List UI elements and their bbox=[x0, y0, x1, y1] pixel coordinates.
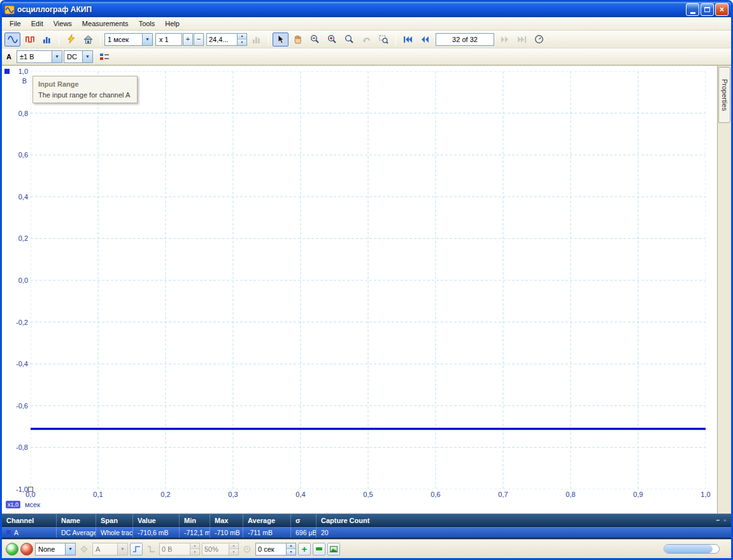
home-button[interactable] bbox=[80, 32, 96, 47]
delay-value: 0 сек bbox=[256, 543, 286, 555]
x-tick-label: 0,1 bbox=[93, 491, 103, 498]
x-axis-labels: 0,00,10,20,30,40,50,60,70,80,91,0 bbox=[2, 491, 717, 499]
axis-origin-handle[interactable] bbox=[28, 487, 33, 492]
zoom-full-button[interactable] bbox=[341, 32, 357, 47]
timebase-value: 1 мсек bbox=[105, 36, 142, 43]
delay-spinner[interactable]: 0 сек ▲ ▼ bbox=[255, 543, 296, 556]
samples-decrease-button[interactable]: ▼ bbox=[238, 39, 246, 45]
measurements-table: Channel Name Span Value Min Max Average … bbox=[2, 513, 731, 539]
start-capture-button[interactable] bbox=[6, 543, 18, 556]
delay-down-button[interactable]: ▼ bbox=[287, 549, 295, 555]
zoom-in-button[interactable] bbox=[324, 32, 340, 47]
menu-edit[interactable]: Edit bbox=[26, 18, 48, 29]
toolbar-separator bbox=[100, 33, 101, 46]
chevron-down-icon: ▼ bbox=[52, 51, 62, 62]
chevron-down-icon: ▼ bbox=[82, 51, 92, 62]
menu-file[interactable]: File bbox=[4, 18, 26, 29]
trigger-channel-select[interactable]: A ▼ bbox=[92, 543, 128, 556]
pretrigger-up-button[interactable]: ▲ bbox=[229, 543, 238, 550]
samples-mode-button[interactable] bbox=[248, 32, 264, 47]
trigger-channel-value: A bbox=[93, 545, 117, 553]
edit-measurement-button[interactable] bbox=[313, 543, 325, 556]
buffer-position-input[interactable] bbox=[436, 33, 494, 46]
trigger-level-value: 0 В bbox=[160, 543, 190, 555]
samples-spinner[interactable]: 24,4... ▲ ▼ bbox=[206, 33, 247, 46]
trigger-level-up-button[interactable]: ▲ bbox=[190, 543, 199, 550]
falling-edge-button[interactable] bbox=[145, 543, 157, 556]
channel-options-button[interactable] bbox=[97, 50, 113, 64]
scope-view-button[interactable] bbox=[4, 32, 20, 47]
column-header-max: Max bbox=[210, 514, 243, 526]
menu-views[interactable]: Views bbox=[48, 18, 77, 29]
app-window: осциллограф АКИП × File Edit Views Measu… bbox=[0, 0, 733, 560]
progress-bar bbox=[664, 544, 720, 554]
pretrigger-down-button[interactable]: ▼ bbox=[229, 549, 238, 555]
channel-a-marker[interactable] bbox=[4, 69, 10, 74]
zoom-factor-increase-button[interactable]: + bbox=[183, 33, 193, 46]
timebase-select[interactable]: 1 мсек ▼ bbox=[104, 33, 153, 46]
column-header-average: Average bbox=[243, 514, 291, 526]
pretrigger-spinner[interactable]: 50% ▲ ▼ bbox=[202, 543, 239, 556]
marquee-zoom-button[interactable] bbox=[376, 32, 392, 47]
y-tick-label: -0,8 bbox=[2, 443, 28, 451]
trigger-timeout-button[interactable] bbox=[241, 543, 253, 556]
measurements-minimize-button[interactable]: − bbox=[716, 517, 720, 524]
measurement-row[interactable]: A DC Average Whole trace -710,6 mВ -712,… bbox=[2, 526, 731, 538]
maximize-button[interactable] bbox=[701, 3, 714, 16]
trigger-marker-button[interactable] bbox=[78, 543, 90, 556]
stop-capture-button[interactable] bbox=[20, 543, 33, 556]
x-scale-badge[interactable]: x1,0 bbox=[6, 501, 20, 508]
x-tick-label: 0,5 bbox=[363, 491, 373, 498]
chevron-down-icon: ▼ bbox=[117, 543, 127, 555]
zoom-out-button[interactable] bbox=[307, 32, 323, 47]
first-buffer-button[interactable] bbox=[400, 32, 416, 47]
previous-buffer-button[interactable] bbox=[417, 32, 433, 47]
samples-increase-button[interactable]: ▲ bbox=[238, 34, 246, 40]
buffer-navigator-icon bbox=[534, 34, 544, 44]
auto-setup-button[interactable] bbox=[63, 32, 79, 47]
titlebar[interactable]: осциллограф АКИП × bbox=[2, 2, 731, 17]
pointer-tool-button[interactable] bbox=[273, 32, 288, 47]
rising-edge-button[interactable] bbox=[130, 543, 143, 556]
delay-up-button[interactable]: ▲ bbox=[287, 543, 295, 550]
minimize-button[interactable] bbox=[686, 3, 699, 16]
delete-measurement-button[interactable] bbox=[327, 543, 340, 556]
spectrum-view-button[interactable] bbox=[39, 32, 55, 47]
samples-value: 24,4... bbox=[207, 34, 237, 45]
trigger-mode-select[interactable]: None ▼ bbox=[35, 543, 76, 556]
channel-a-label: A bbox=[4, 53, 15, 61]
menu-help[interactable]: Help bbox=[160, 18, 185, 29]
trigger-level-spinner[interactable]: 0 В ▲ ▼ bbox=[159, 543, 200, 556]
buffer-overview-button[interactable] bbox=[531, 32, 547, 47]
next-buffer-icon bbox=[501, 36, 509, 43]
cell-span: Whole trace bbox=[96, 527, 133, 538]
channel-a-coupling-select[interactable]: DC ▼ bbox=[64, 50, 93, 63]
close-button[interactable]: × bbox=[715, 3, 729, 16]
clock-icon bbox=[243, 545, 251, 553]
persistence-view-button[interactable] bbox=[22, 32, 38, 47]
main-toolbar: 1 мсек ▼ x 1 + − 24,4... ▲ ▼ bbox=[2, 31, 731, 48]
add-measurement-button[interactable]: + bbox=[298, 543, 311, 556]
last-buffer-button[interactable] bbox=[514, 32, 530, 47]
zoom-factor-decrease-button[interactable]: − bbox=[194, 33, 204, 46]
x-tick-label: 0,2 bbox=[160, 491, 170, 498]
plus-icon: + bbox=[302, 544, 308, 554]
properties-tab[interactable]: Properties bbox=[718, 67, 730, 123]
square-wave-icon bbox=[25, 35, 34, 44]
menu-measurements[interactable]: Measurements bbox=[77, 18, 134, 29]
waveform-plot[interactable] bbox=[31, 71, 706, 489]
menu-tools[interactable]: Tools bbox=[134, 18, 160, 29]
y-axis-unit: В bbox=[2, 77, 28, 85]
pan-tool-button[interactable] bbox=[290, 32, 306, 47]
trigger-level-down-button[interactable]: ▼ bbox=[190, 549, 199, 555]
spinner-arrows: ▲ ▼ bbox=[229, 543, 238, 555]
channel-a-range-select[interactable]: ±1 В ▼ bbox=[17, 50, 62, 63]
sine-wave-icon bbox=[8, 35, 18, 44]
x-tick-label: 0,3 bbox=[228, 491, 238, 498]
column-header-capture-count: Capture Count bbox=[317, 514, 716, 526]
cell-min: -712,1 mВ bbox=[180, 527, 210, 538]
measurements-restore-button[interactable]: ▫ bbox=[723, 517, 726, 524]
undo-zoom-button[interactable] bbox=[359, 32, 374, 47]
y-tick-label: -0,2 bbox=[2, 319, 28, 326]
next-buffer-button[interactable] bbox=[497, 32, 513, 47]
